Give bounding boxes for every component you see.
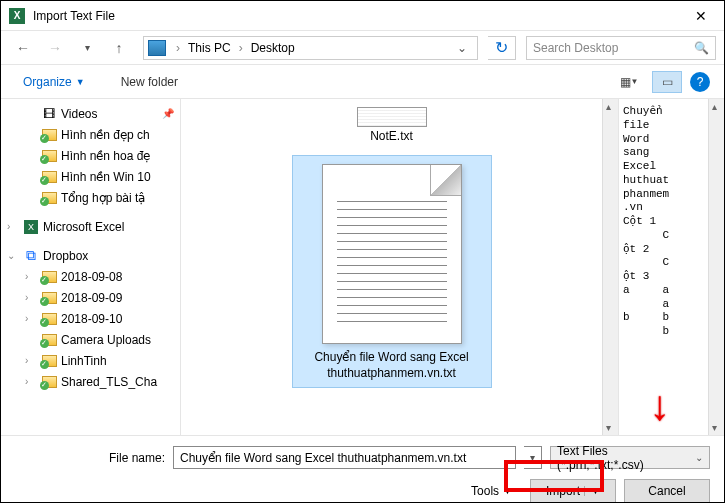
tree-item-folder[interactable]: Hình nền Win 10 bbox=[1, 166, 180, 187]
chevron-down-icon[interactable]: ▼ bbox=[584, 486, 600, 496]
chevron-right-icon[interactable]: › bbox=[235, 41, 247, 55]
tree-item-folder[interactable]: Tổng hợp bài tậ bbox=[1, 187, 180, 208]
footer: File name: ▾ Text Files (*.prn;*.txt;*.c… bbox=[1, 435, 724, 503]
folder-icon bbox=[42, 334, 57, 346]
tree-item-folder[interactable]: ›2018-09-08 bbox=[1, 266, 180, 287]
folder-icon bbox=[42, 129, 57, 141]
tree-item-folder[interactable]: Camera Uploads bbox=[1, 329, 180, 350]
nav-bar: ← → ▾ ↑ › This PC › Desktop ⌄ ↻ Search D… bbox=[1, 31, 724, 65]
folder-icon bbox=[42, 192, 57, 204]
content-area: NotE.txt Chuyển file Word sang Excelthut… bbox=[181, 99, 724, 435]
tree-item-dropbox[interactable]: ⌄⧉Dropbox bbox=[1, 245, 180, 266]
command-bar: Organize▼ New folder ▦▼ ▭ ? bbox=[1, 65, 724, 99]
title-bar: X Import Text File ✕ bbox=[1, 1, 724, 31]
file-item-selected[interactable]: Chuyển file Word sang Excelthuthuatphanm… bbox=[292, 155, 492, 388]
chevron-down-icon: ⌄ bbox=[695, 452, 703, 463]
back-button[interactable]: ← bbox=[9, 36, 37, 60]
up-button[interactable]: ↑ bbox=[105, 36, 133, 60]
address-dropdown[interactable]: ⌄ bbox=[451, 41, 473, 55]
view-mode-button[interactable]: ▦▼ bbox=[614, 71, 644, 93]
cancel-button[interactable]: Cancel bbox=[624, 479, 710, 503]
excel-app-icon: X bbox=[9, 8, 25, 24]
breadcrumb-desktop[interactable]: Desktop bbox=[249, 41, 297, 55]
pin-icon: 📌 bbox=[162, 108, 174, 119]
file-thumbnail-icon bbox=[357, 107, 427, 127]
excel-icon: X bbox=[24, 220, 38, 234]
file-label: NotE.txt bbox=[302, 129, 482, 143]
tree-item-folder[interactable]: ›2018-09-10 bbox=[1, 308, 180, 329]
file-thumbnail-icon bbox=[322, 164, 462, 344]
expander-icon[interactable]: › bbox=[25, 292, 37, 303]
content-scrollbar[interactable] bbox=[602, 99, 618, 435]
expander-icon[interactable]: ⌄ bbox=[7, 250, 19, 261]
expander-icon[interactable]: › bbox=[25, 376, 37, 387]
filename-input[interactable] bbox=[173, 446, 516, 469]
chevron-right-icon[interactable]: › bbox=[172, 41, 184, 55]
preview-scrollbar[interactable] bbox=[708, 99, 724, 435]
preview-pane: Chuyển file Word sang Excel huthuat phan… bbox=[618, 99, 708, 435]
preview-pane-button[interactable]: ▭ bbox=[652, 71, 682, 93]
expander-icon[interactable]: › bbox=[25, 355, 37, 366]
tree-item-folder[interactable]: Hình nền hoa đẹ bbox=[1, 145, 180, 166]
forward-button: → bbox=[41, 36, 69, 60]
expander-icon[interactable]: › bbox=[25, 271, 37, 282]
folder-icon bbox=[42, 355, 57, 367]
recent-dropdown[interactable]: ▾ bbox=[73, 36, 101, 60]
navigation-tree[interactable]: 🎞Videos📌 Hình nền đẹp ch Hình nền hoa đẹ… bbox=[1, 99, 181, 435]
folder-icon bbox=[42, 292, 57, 304]
folder-icon bbox=[42, 150, 57, 162]
tree-item-folder[interactable]: ›LinhTinh bbox=[1, 350, 180, 371]
window-title: Import Text File bbox=[33, 9, 678, 23]
videos-icon: 🎞 bbox=[41, 107, 57, 121]
search-input[interactable]: Search Desktop 🔍 bbox=[526, 36, 716, 60]
expander-icon[interactable]: › bbox=[7, 221, 19, 232]
organize-menu[interactable]: Organize▼ bbox=[15, 71, 93, 93]
folder-icon bbox=[42, 376, 57, 388]
dropbox-icon: ⧉ bbox=[23, 249, 39, 263]
location-icon bbox=[148, 40, 166, 56]
file-item-note[interactable]: NotE.txt bbox=[302, 107, 482, 143]
address-bar[interactable]: › This PC › Desktop ⌄ bbox=[143, 36, 478, 60]
tree-item-videos[interactable]: 🎞Videos📌 bbox=[1, 103, 180, 124]
close-button[interactable]: ✕ bbox=[678, 1, 724, 31]
filename-dropdown[interactable]: ▾ bbox=[524, 446, 542, 469]
filetype-filter[interactable]: Text Files (*.prn;*.txt;*.csv)⌄ bbox=[550, 446, 710, 469]
search-icon: 🔍 bbox=[694, 41, 709, 55]
file-label: Chuyển file Word sang Excelthuthuatphanm… bbox=[301, 350, 483, 381]
import-button[interactable]: Import▼ bbox=[530, 479, 616, 503]
file-list[interactable]: NotE.txt Chuyển file Word sang Excelthut… bbox=[181, 99, 602, 435]
breadcrumb-thispc[interactable]: This PC bbox=[186, 41, 233, 55]
refresh-button[interactable]: ↻ bbox=[488, 36, 516, 60]
new-folder-button[interactable]: New folder bbox=[113, 71, 186, 93]
folder-icon bbox=[42, 171, 57, 183]
tree-item-folder[interactable]: ›2018-09-09 bbox=[1, 287, 180, 308]
tree-item-excel[interactable]: ›XMicrosoft Excel bbox=[1, 216, 180, 237]
tools-menu[interactable]: Tools▼ bbox=[471, 484, 512, 498]
filename-label: File name: bbox=[15, 451, 165, 465]
tree-item-folder[interactable]: Hình nền đẹp ch bbox=[1, 124, 180, 145]
help-button[interactable]: ? bbox=[690, 72, 710, 92]
search-placeholder: Search Desktop bbox=[533, 41, 618, 55]
expander-icon[interactable]: › bbox=[25, 313, 37, 324]
chevron-down-icon: ▼ bbox=[76, 77, 85, 87]
main-area: 🎞Videos📌 Hình nền đẹp ch Hình nền hoa đẹ… bbox=[1, 99, 724, 435]
folder-icon bbox=[42, 313, 57, 325]
chevron-down-icon: ▼ bbox=[503, 486, 512, 496]
folder-icon bbox=[42, 271, 57, 283]
tree-item-folder[interactable]: ›Shared_TLS_Cha bbox=[1, 371, 180, 392]
